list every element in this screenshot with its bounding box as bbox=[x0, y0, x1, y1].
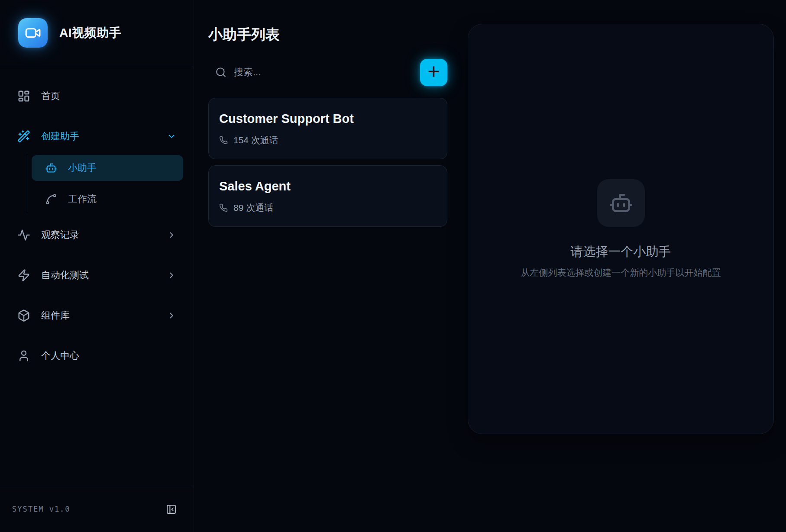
add-assistant-button[interactable]: + bbox=[420, 59, 447, 86]
assistant-name: Sales Agent bbox=[219, 179, 437, 193]
user-icon bbox=[17, 349, 30, 362]
chevron-down-icon bbox=[167, 132, 176, 141]
app-title: AI视频助手 bbox=[59, 25, 121, 41]
chevron-right-icon bbox=[167, 311, 176, 320]
sidebar-item-automated-testing[interactable]: 自动化测试 bbox=[10, 263, 183, 287]
sidebar-subitem-label: 小助手 bbox=[68, 161, 97, 174]
search-row: + bbox=[208, 58, 447, 86]
sidebar-nav: 首页 创建助手 bbox=[0, 66, 194, 486]
assistant-name: Customer Support Bot bbox=[219, 112, 437, 126]
assistant-cards: Customer Support Bot 154 次通话 Sales Agent bbox=[208, 98, 447, 227]
empty-state-title: 请选择一个小助手 bbox=[571, 243, 671, 261]
sidebar-item-label: 个人中心 bbox=[41, 349, 79, 362]
activity-icon bbox=[17, 229, 30, 242]
bot-icon bbox=[45, 162, 57, 174]
zap-icon bbox=[17, 269, 30, 282]
magic-wand-icon bbox=[17, 130, 30, 143]
sidebar-item-label: 观察记录 bbox=[41, 229, 79, 242]
dashboard-icon bbox=[17, 90, 30, 103]
panel-left-close-icon bbox=[166, 504, 177, 515]
empty-state-card: 请选择一个小助手 从左侧列表选择或创建一个新的小助手以开始配置 bbox=[468, 24, 774, 434]
sidebar-item-component-library[interactable]: 组件库 bbox=[10, 303, 183, 328]
system-version-label: SYSTEM v1.0 bbox=[12, 505, 71, 513]
page-title: 小助手列表 bbox=[208, 27, 447, 42]
sidebar: AI视频助手 首页 创建助手 bbox=[0, 0, 194, 532]
search-input[interactable] bbox=[234, 67, 420, 78]
bot-icon bbox=[609, 191, 633, 215]
app-logo bbox=[18, 18, 48, 48]
sidebar-subitem-assistants[interactable]: 小助手 bbox=[32, 155, 183, 181]
sidebar-item-create-assistant[interactable]: 创建助手 bbox=[10, 124, 183, 148]
sidebar-item-label: 创建助手 bbox=[41, 130, 79, 143]
assistant-call-count: 89 次通话 bbox=[233, 202, 273, 214]
detail-panel: 请选择一个小助手 从左侧列表选择或创建一个新的小助手以开始配置 bbox=[468, 0, 786, 532]
sidebar-subitem-label: 工作流 bbox=[68, 193, 97, 206]
chevron-right-icon bbox=[167, 230, 176, 240]
sidebar-item-personal-center[interactable]: 个人中心 bbox=[10, 344, 183, 368]
bot-tile bbox=[597, 179, 645, 227]
search-icon bbox=[215, 67, 226, 78]
phone-icon bbox=[219, 136, 228, 145]
sidebar-subitem-workflow[interactable]: 工作流 bbox=[32, 186, 183, 212]
empty-state-subtitle: 从左侧列表选择或创建一个新的小助手以开始配置 bbox=[521, 267, 721, 279]
collapse-sidebar-button[interactable] bbox=[162, 500, 180, 518]
chevron-right-icon bbox=[167, 271, 176, 280]
sidebar-item-label: 组件库 bbox=[41, 309, 70, 322]
sidebar-item-observation-logs[interactable]: 观察记录 bbox=[10, 223, 183, 247]
sidebar-item-label: 首页 bbox=[41, 90, 60, 103]
create-assistant-submenu: 小助手 工作流 bbox=[27, 155, 183, 212]
app-header: AI视频助手 bbox=[0, 0, 194, 66]
video-camera-icon bbox=[25, 25, 41, 41]
box-icon bbox=[17, 309, 30, 322]
assistant-card[interactable]: Customer Support Bot 154 次通话 bbox=[208, 98, 447, 159]
phone-icon bbox=[219, 203, 228, 212]
assistant-call-count: 154 次通话 bbox=[233, 134, 278, 146]
workflow-spline-icon bbox=[45, 193, 57, 205]
assistant-card[interactable]: Sales Agent 89 次通话 bbox=[208, 165, 447, 227]
assistant-list-panel: 小助手列表 + Customer Support Bot bbox=[194, 0, 468, 532]
sidebar-footer: SYSTEM v1.0 bbox=[0, 486, 194, 532]
sidebar-item-home[interactable]: 首页 bbox=[10, 84, 183, 108]
sidebar-item-label: 自动化测试 bbox=[41, 269, 89, 282]
